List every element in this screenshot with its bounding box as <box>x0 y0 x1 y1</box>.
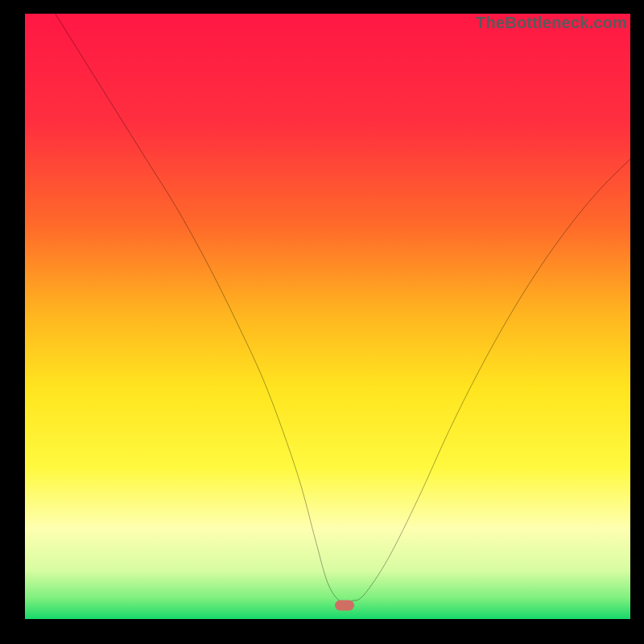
watermark: TheBottleneck.com <box>476 14 627 32</box>
chart-frame: TheBottleneck.com <box>14 14 630 630</box>
bottleneck-curve <box>25 14 630 619</box>
optimal-point-marker <box>335 600 354 610</box>
plot-area: TheBottleneck.com <box>25 14 630 619</box>
